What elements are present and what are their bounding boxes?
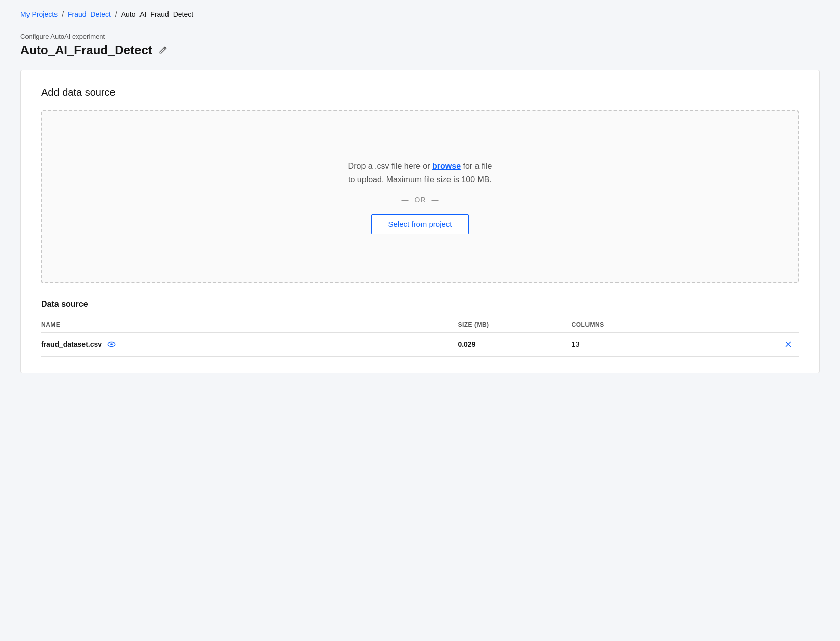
breadcrumb-link-projects[interactable]: My Projects <box>20 10 58 18</box>
remove-file-icon[interactable] <box>685 340 793 349</box>
svg-point-1 <box>110 343 113 345</box>
data-source-section: Data source NAME SIZE (MB) COLUMNS fraud <box>41 300 799 357</box>
or-label: OR <box>415 196 426 204</box>
file-name-cell: fraud_dataset.csv <box>41 340 452 349</box>
drop-zone-text-line2: to upload. Maximum file size is 100 MB. <box>348 175 492 184</box>
drop-zone-text: Drop a .csv file here or browse for a fi… <box>348 160 492 186</box>
breadcrumb-current: Auto_AI_Fraud_Detect <box>121 10 193 18</box>
col-header-action <box>685 317 799 333</box>
select-from-project-button[interactable]: Select from project <box>371 214 468 234</box>
or-divider: OR <box>369 196 471 204</box>
main-card: Add data source Drop a .csv file here or… <box>20 70 820 373</box>
file-size: 0.029 <box>458 340 475 348</box>
add-data-source-title: Add data source <box>41 86 799 98</box>
breadcrumb-separator-2: / <box>115 10 117 18</box>
page-subtitle: Configure AutoAI experiment <box>20 33 820 40</box>
file-name: fraud_dataset.csv <box>41 340 102 348</box>
col-header-name: NAME <box>41 317 458 333</box>
table-row: fraud_dataset.csv 0.029 <box>41 333 799 357</box>
data-source-title: Data source <box>41 300 799 309</box>
drop-zone[interactable]: Drop a .csv file here or browse for a fi… <box>41 110 799 283</box>
file-columns: 13 <box>572 340 580 348</box>
drop-zone-text-after: for a file <box>461 162 492 170</box>
col-header-columns: COLUMNS <box>572 317 685 333</box>
data-source-table: NAME SIZE (MB) COLUMNS fraud_dataset.csv <box>41 317 799 357</box>
eye-icon[interactable] <box>107 340 116 349</box>
page-title: Auto_AI_Fraud_Detect <box>20 43 152 57</box>
col-header-size: SIZE (MB) <box>458 317 571 333</box>
page-header: Configure AutoAI experiment Auto_AI_Frau… <box>20 33 820 57</box>
breadcrumb-separator-1: / <box>62 10 64 18</box>
breadcrumb: My Projects / Fraud_Detect / Auto_AI_Fra… <box>20 10 820 18</box>
browse-link[interactable]: browse <box>432 162 461 170</box>
drop-zone-text-before: Drop a .csv file here or <box>348 162 432 170</box>
edit-icon[interactable] <box>158 46 167 55</box>
breadcrumb-link-fraud-detect[interactable]: Fraud_Detect <box>68 10 111 18</box>
